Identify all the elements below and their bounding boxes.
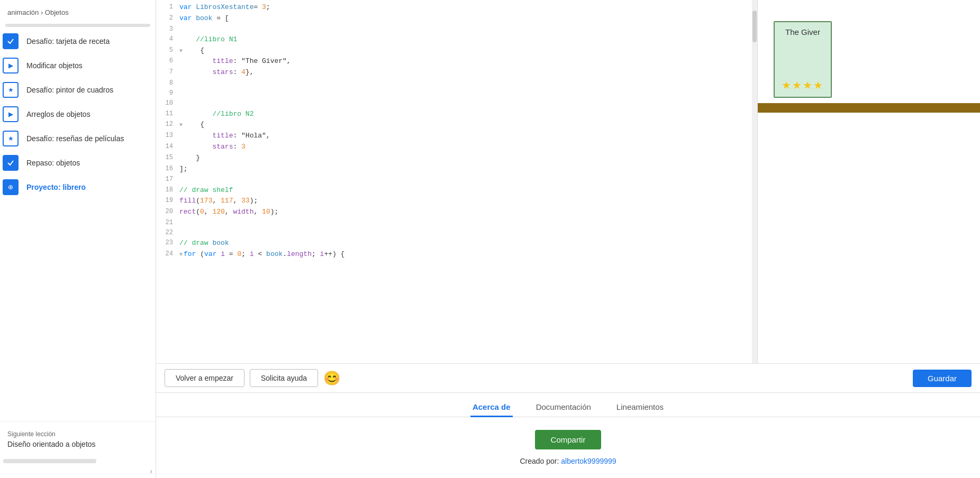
editor-preview-panel: 1var LibrosXestante= 3;2var book = [34 /… <box>156 0 980 364</box>
hint-emoji[interactable]: 😊 <box>323 370 340 387</box>
connector-arreglos-objetos: ▶ <box>0 106 21 122</box>
breadcrumb-current: Objetos <box>45 8 69 16</box>
item-icon-repaso-objetos <box>3 155 19 171</box>
fold-arrow-12[interactable]: ▼ <box>179 122 183 128</box>
item-label-desafio-tarjeta: Desafío: tarjeta de receta <box>26 37 150 45</box>
line-content-3[interactable] <box>177 24 757 34</box>
code-line-19: 19fill(173, 117, 33); <box>156 196 757 207</box>
line-content-21[interactable] <box>177 218 757 228</box>
line-content-9[interactable] <box>177 88 757 98</box>
tabs-section: Acerca deDocumentaciónLineamientos Compa… <box>156 393 980 478</box>
line-number-18: 18 <box>156 185 177 196</box>
tab-lineamientos[interactable]: Lineamientos <box>614 398 666 417</box>
code-line-7: 7 stars: 4}, <box>156 67 757 78</box>
line-content-22[interactable] <box>177 228 757 238</box>
code-line-23: 23// draw book <box>156 238 757 249</box>
author-link[interactable]: albertok9999999 <box>561 457 616 465</box>
item-label-desafio-resenas: Desafío: reseñas de películas <box>26 134 150 143</box>
line-number-4: 4 <box>156 34 177 45</box>
restart-button[interactable]: Volver a empezar <box>165 369 244 387</box>
sidebar-item-modificar-objetos[interactable]: ▶Modificar objetos <box>0 53 156 78</box>
main-panel: 1var LibrosXestante= 3;2var book = [34 /… <box>156 0 980 478</box>
code-line-18: 18// draw shelf <box>156 185 757 196</box>
sidebar-item-desafio-tarjeta[interactable]: Desafío: tarjeta de receta <box>0 29 156 53</box>
code-lines: 1var LibrosXestante= 3;2var book = [34 /… <box>156 0 757 262</box>
item-label-arreglos-objetos: Arreglos de objetos <box>26 110 150 118</box>
line-number-1: 1 <box>156 2 177 13</box>
next-lesson-section: Siguiente lección Diseño orientado a obj… <box>0 421 156 457</box>
line-content-20[interactable]: rect(0, 120, width, 10); <box>177 207 757 218</box>
fold-arrow-24[interactable]: ▼ <box>179 252 183 258</box>
connector-repaso-objetos <box>0 155 21 171</box>
item-icon-desafio-resenas: ★ <box>3 131 19 146</box>
sidebar-item-repaso-objetos[interactable]: Repaso: objetos <box>0 151 156 175</box>
line-number-7: 7 <box>156 67 177 78</box>
line-content-15[interactable]: } <box>177 153 757 164</box>
line-number-2: 2 <box>156 13 177 24</box>
item-icon-arreglos-objetos: ▶ <box>3 106 19 122</box>
line-content-11[interactable]: //libro N2 <box>177 109 757 120</box>
line-number-13: 13 <box>156 131 177 142</box>
scrollbar-thumb[interactable] <box>752 11 757 42</box>
sidebar-item-desafio-pintor[interactable]: ★Desafío: pintor de cuadros <box>0 78 156 102</box>
line-content-23[interactable]: // draw book <box>177 238 757 249</box>
line-content-12[interactable]: ▼ { <box>177 120 757 131</box>
line-content-16[interactable]: ]; <box>177 164 757 175</box>
fold-arrow-5[interactable]: ▼ <box>179 48 183 54</box>
code-editor[interactable]: 1var LibrosXestante= 3;2var book = [34 /… <box>156 0 758 363</box>
connector-desafio-pintor: ★ <box>0 82 21 98</box>
line-content-10[interactable] <box>177 98 757 108</box>
breadcrumb-parent[interactable]: animación <box>7 8 39 16</box>
book-stars: ★★★★ <box>782 79 824 91</box>
canvas-background: The Giver ★★★★ <box>758 0 980 363</box>
line-content-4[interactable]: //libro N1 <box>177 34 757 45</box>
item-icon-desafio-tarjeta <box>3 33 19 49</box>
code-line-3: 3 <box>156 24 757 34</box>
line-content-8[interactable] <box>177 78 757 88</box>
line-content-19[interactable]: fill(173, 117, 33); <box>177 196 757 207</box>
tab-documentacion[interactable]: Documentación <box>534 398 593 417</box>
line-content-1[interactable]: var LibrosXestante= 3; <box>177 2 757 13</box>
line-content-6[interactable]: title: "The Giver", <box>177 56 757 67</box>
sidebar-item-arreglos-objetos[interactable]: ▶Arreglos de objetos <box>0 102 156 126</box>
line-number-5: 5 <box>156 45 177 57</box>
line-content-24[interactable]: ▼for (var i = 0; i < book.length; i++) { <box>177 249 757 260</box>
sidebar-expand-icon[interactable]: › <box>150 467 152 475</box>
line-number-17: 17 <box>156 174 177 185</box>
line-content-2[interactable]: var book = [ <box>177 13 757 24</box>
line-content-17[interactable] <box>177 174 757 185</box>
code-line-11: 11 //libro N2 <box>156 109 757 120</box>
editor-scrollbar[interactable] <box>752 0 757 363</box>
connector-modificar-objetos: ▶ <box>0 58 21 73</box>
item-icon-modificar-objetos: ▶ <box>3 58 19 73</box>
line-number-8: 8 <box>156 78 177 88</box>
line-content-14[interactable]: stars: 3 <box>177 142 757 153</box>
share-button[interactable]: Compartir <box>535 430 602 449</box>
tab-content: Compartir Creado por: albertok9999999 <box>156 417 980 478</box>
line-number-11: 11 <box>156 109 177 120</box>
sidebar-item-desafio-resenas[interactable]: ★Desafío: reseñas de películas <box>0 126 156 151</box>
line-number-3: 3 <box>156 24 177 34</box>
created-by: Creado por: albertok9999999 <box>520 457 616 465</box>
line-content-5[interactable]: ▼ { <box>177 45 757 57</box>
scroll-indicator <box>5 24 150 27</box>
tab-acerca-de[interactable]: Acerca de <box>470 398 513 417</box>
line-content-7[interactable]: stars: 4}, <box>177 67 757 78</box>
line-number-10: 10 <box>156 98 177 108</box>
line-number-21: 21 <box>156 218 177 228</box>
code-line-8: 8 <box>156 78 757 88</box>
sidebar-items-list: Desafío: tarjeta de receta▶Modificar obj… <box>0 29 156 199</box>
sidebar: animación › Objetos Desafío: tarjeta de … <box>0 0 156 478</box>
line-content-13[interactable]: title: "Hola", <box>177 131 757 142</box>
code-line-9: 9 <box>156 88 757 98</box>
item-label-modificar-objetos: Modificar objetos <box>26 61 150 70</box>
line-number-23: 23 <box>156 238 177 249</box>
line-content-18[interactable]: // draw shelf <box>177 185 757 196</box>
bottom-toolbar: Volver a empezar Solicita ayuda 😊 Guarda… <box>156 364 980 393</box>
save-button[interactable]: Guardar <box>913 370 972 387</box>
help-button[interactable]: Solicita ayuda <box>250 369 318 387</box>
sidebar-item-proyecto-librero[interactable]: ⊕Proyecto: librero <box>0 175 156 199</box>
next-lesson-label: Siguiente lección <box>7 430 148 438</box>
code-line-16: 16]; <box>156 164 757 175</box>
code-line-20: 20rect(0, 120, width, 10); <box>156 207 757 218</box>
